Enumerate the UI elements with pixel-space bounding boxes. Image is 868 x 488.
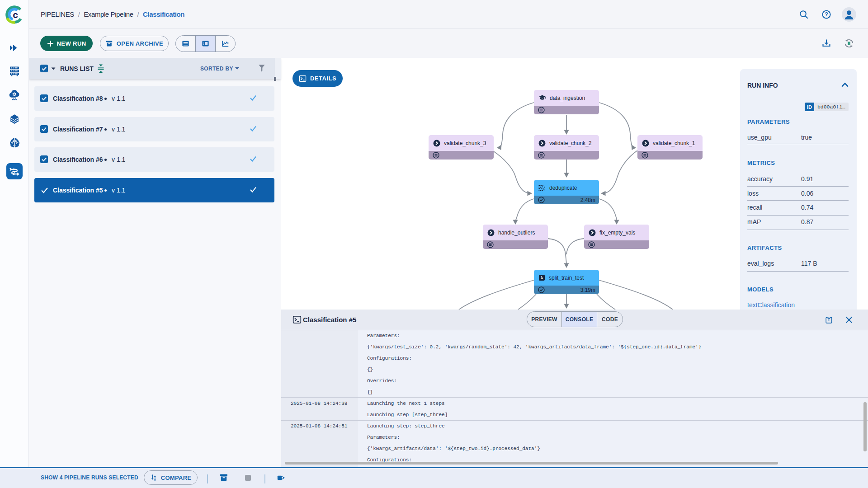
svg-text:λ: λ xyxy=(541,275,543,280)
svg-text:?: ? xyxy=(825,11,828,18)
svg-text:c: c xyxy=(13,9,18,20)
